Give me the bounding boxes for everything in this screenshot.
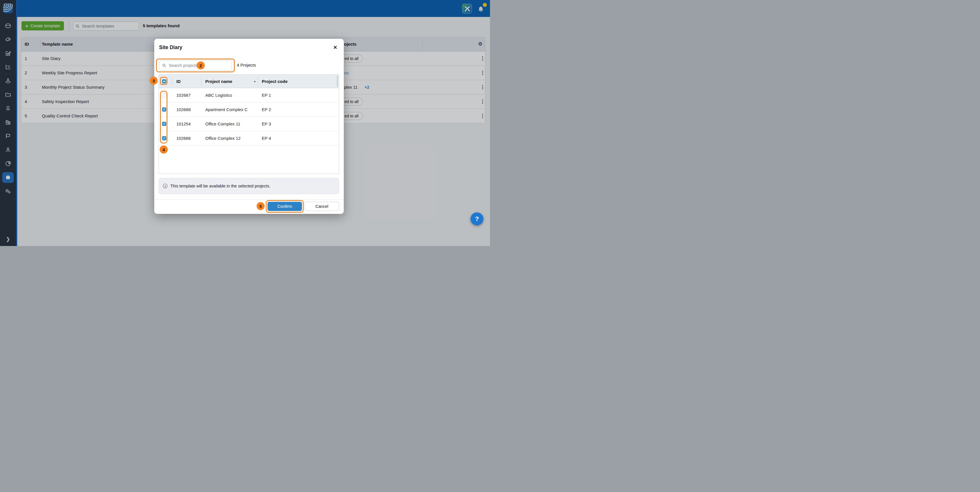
cell-project-name: Apartment Complex C [205, 102, 248, 117]
cell-project-code: EP 4 [262, 131, 271, 145]
annotation-highlight-confirm [266, 200, 304, 213]
annotation-step-4: 4 [160, 145, 168, 153]
column-divider [201, 77, 202, 86]
cell-project-code: EP 1 [262, 88, 271, 102]
annotation-highlight-row-checkboxes [160, 91, 167, 144]
modal-footer-divider [154, 199, 344, 200]
question-mark-icon: ? [475, 215, 479, 223]
col-id[interactable]: ID [176, 75, 181, 88]
project-row[interactable]: ✓ 102686 Office Complex 12 EP 4 [159, 131, 339, 145]
info-icon: i [163, 184, 167, 188]
annotation-step-5: 5 [257, 202, 265, 210]
app-root: Project report templates [0, 0, 490, 246]
cell-project-id: 102688 [176, 102, 191, 117]
scrollbar-thumb[interactable] [337, 76, 338, 87]
modal-title: Site Diary [159, 45, 182, 51]
project-row[interactable]: ✓ 102687 ABC Logistics EP 1 [159, 88, 339, 102]
cell-project-name: Office Complex 12 [205, 131, 240, 145]
sort-asc-icon[interactable]: ▲ [253, 75, 256, 88]
cell-project-id: 101254 [176, 117, 191, 131]
annotation-highlight-select-all [160, 77, 167, 85]
cell-project-id: 102687 [176, 88, 191, 102]
projects-table-header: ✓ ID Project name ▲ Project code [159, 75, 339, 88]
cell-project-id: 102686 [176, 131, 191, 145]
cell-project-name: Office Complex 11 [205, 117, 240, 131]
info-message-box: i This template will be available in the… [159, 178, 339, 194]
cancel-button[interactable]: Cancel [304, 202, 339, 211]
projects-count: 4 Projects [237, 62, 256, 67]
cell-project-code: EP 2 [262, 102, 271, 117]
project-row[interactable]: ✓ 102688 Apartment Complex C EP 2 [159, 102, 339, 117]
annotation-highlight-search [156, 59, 235, 72]
info-message: This template will be available in the s… [170, 184, 270, 188]
col-project-name[interactable]: Project name [205, 75, 232, 88]
cell-project-name: ABC Logistics [205, 88, 232, 102]
annotation-step-2: 2 [197, 61, 205, 69]
help-button[interactable]: ? [471, 212, 484, 225]
projects-table: ✓ ID Project name ▲ Project code ✓ 10268… [159, 74, 339, 174]
close-icon[interactable]: ✕ [331, 43, 340, 52]
col-project-code[interactable]: Project code [262, 75, 288, 88]
cell-project-code: EP 3 [262, 117, 271, 131]
project-row[interactable]: ✓ 101254 Office Complex 11 EP 3 [159, 117, 339, 131]
annotation-step-3: 3 [150, 77, 158, 85]
